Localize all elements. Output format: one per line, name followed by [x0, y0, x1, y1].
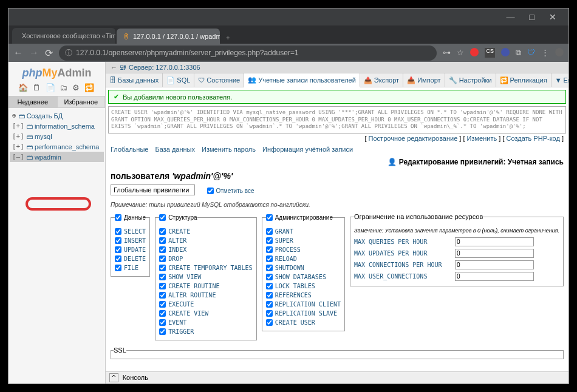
nav-tab-5[interactable]: 📥Импорт: [403, 73, 445, 87]
priv-checkbox[interactable]: [266, 292, 273, 299]
db-tree-item-4[interactable]: [–] 🗃 wpadmin: [10, 152, 104, 162]
priv-reload[interactable]: RELOAD: [266, 254, 341, 263]
priv-trigger[interactable]: TRIGGER: [159, 327, 252, 336]
priv-checkbox[interactable]: [266, 319, 273, 326]
ext-icon-blue[interactable]: [501, 48, 510, 56]
priv-checkbox[interactable]: [115, 265, 121, 271]
nav-tab-4[interactable]: 📤Экспорт: [360, 73, 403, 87]
priv-checkbox[interactable]: [115, 246, 121, 253]
site-info-icon[interactable]: ⓘ: [65, 48, 72, 58]
priv-replication-client[interactable]: REPLICATION CLIENT: [266, 300, 341, 309]
collapse-arrow-icon[interactable]: ←: [111, 64, 117, 71]
priv-checkbox[interactable]: [159, 292, 166, 299]
res-input[interactable]: [455, 272, 534, 281]
res-input[interactable]: [455, 249, 534, 258]
db-tree-item-3[interactable]: [+] 🗃 performance_schema: [10, 141, 104, 152]
priv-checkbox[interactable]: [159, 274, 166, 280]
priv-checkbox[interactable]: [159, 328, 166, 335]
console-bar[interactable]: ^ Консоль: [106, 371, 568, 384]
priv-create[interactable]: CREATE: [159, 227, 252, 236]
nav-tab-7[interactable]: 🔁Репликация: [496, 73, 551, 87]
priv-checkbox[interactable]: [266, 246, 273, 253]
sidebar-tab-favorites[interactable]: Избранное: [57, 96, 106, 108]
ext-icon-opera[interactable]: [470, 48, 479, 56]
pma-logo[interactable]: phpMyAdmin: [9, 64, 105, 82]
sub-tab-0[interactable]: Глобальные: [111, 146, 148, 153]
priv-checkbox[interactable]: [159, 228, 166, 235]
sql-edit-link[interactable]: Изменить: [467, 135, 497, 142]
priv-replication-slave[interactable]: REPLICATION SLAVE: [266, 309, 341, 318]
priv-checkbox[interactable]: [159, 301, 166, 308]
console-expand-icon[interactable]: ^: [109, 373, 118, 382]
priv-file[interactable]: FILE: [115, 263, 146, 272]
priv-checkbox[interactable]: [159, 310, 166, 317]
priv-checkbox[interactable]: [115, 228, 121, 235]
priv-checkbox[interactable]: [159, 255, 166, 262]
sub-tab-1[interactable]: База данных: [155, 146, 195, 153]
window-minimize[interactable]: —: [507, 12, 515, 22]
db-tree-item-1[interactable]: [+] 🗃 information_schema: [10, 121, 104, 131]
priv-delete[interactable]: DELETE: [115, 254, 146, 263]
priv-col-header-struct[interactable]: Структура: [159, 213, 197, 222]
sub-tab-3[interactable]: Информация учётной записи: [262, 146, 353, 153]
priv-checkbox[interactable]: [159, 319, 166, 326]
forward-button[interactable]: →: [29, 47, 39, 58]
tree-expand-icon[interactable]: [+]: [12, 143, 24, 150]
browser-tab-1[interactable]: 🛢 127.0.0.1 / 127.0.0.1 / wpadmin | ✕: [117, 29, 220, 44]
check-all-checkbox[interactable]: [207, 188, 214, 194]
priv-show-view[interactable]: SHOW VIEW: [159, 272, 252, 282]
priv-lock-tables[interactable]: LOCK TABLES: [266, 282, 341, 291]
address-bar[interactable]: ⓘ 127.0.0.1/openserver/phpmyadmin/server…: [59, 46, 437, 61]
window-maximize[interactable]: □: [530, 12, 534, 22]
priv-execute[interactable]: EXECUTE: [159, 300, 252, 309]
check-all[interactable]: Отметить все: [207, 186, 254, 195]
priv-checkbox[interactable]: [159, 283, 166, 289]
sql-php-link[interactable]: Создать PHP-код: [507, 135, 560, 142]
priv-checkbox[interactable]: [115, 255, 121, 262]
priv-checkbox[interactable]: [266, 310, 273, 317]
priv-drop[interactable]: DROP: [159, 254, 252, 263]
profile-avatar[interactable]: [555, 48, 564, 56]
nav-tab-2[interactable]: 🛡Состояние: [194, 73, 244, 87]
reload-button[interactable]: ⟳: [45, 47, 53, 59]
priv-checkbox[interactable]: [266, 283, 273, 289]
priv-checkbox[interactable]: [266, 228, 273, 235]
window-close[interactable]: ✕: [549, 12, 556, 22]
sidebar-tab-recent[interactable]: Недавнее: [9, 96, 57, 108]
priv-create-temporary-tables[interactable]: CREATE TEMPORARY TABLES: [159, 263, 252, 272]
priv-insert[interactable]: INSERT: [115, 236, 146, 245]
ext-icon-cs[interactable]: CS: [485, 48, 495, 58]
priv-shutdown[interactable]: SHUTDOWN: [266, 263, 341, 272]
tree-expand-icon[interactable]: ⊕: [12, 112, 16, 120]
browser-tab-0[interactable]: Хостинговое сообщество «Time ✕: [12, 28, 115, 44]
star-icon[interactable]: ☆: [457, 48, 464, 58]
tree-expand-icon[interactable]: [+]: [12, 122, 24, 130]
priv-checkbox[interactable]: [159, 246, 166, 253]
priv-create-user[interactable]: CREATE USER: [266, 318, 341, 327]
priv-checkbox[interactable]: [159, 265, 166, 271]
priv-checkbox[interactable]: [266, 274, 273, 280]
priv-super[interactable]: SUPER: [266, 236, 341, 245]
priv-checkbox[interactable]: [159, 237, 166, 244]
db-tree-item-0[interactable]: ⊕ 🗃 Создать БД: [10, 110, 104, 121]
tree-expand-icon[interactable]: [+]: [12, 132, 24, 140]
priv-process[interactable]: PROCESS: [266, 245, 341, 254]
priv-create-view[interactable]: CREATE VIEW: [159, 309, 252, 318]
priv-grant[interactable]: GRANT: [266, 227, 341, 236]
sub-tab-2[interactable]: Изменить пароль: [202, 146, 256, 153]
sql-inline-link[interactable]: Построчное редактирование: [369, 135, 458, 142]
nav-tab-6[interactable]: 🔧Настройки: [445, 73, 496, 87]
sidebar-quick-icons[interactable]: 🏠 🗒 📄 🗂 ⚙ 🔁: [9, 82, 105, 96]
priv-checkbox[interactable]: [266, 301, 273, 308]
priv-checkbox[interactable]: [266, 237, 273, 244]
priv-show-databases[interactable]: SHOW DATABASES: [266, 272, 341, 282]
priv-alter[interactable]: ALTER: [159, 236, 252, 245]
server-link[interactable]: Сервер: 127.0.0.1:3306: [129, 64, 200, 71]
priv-checkbox[interactable]: [266, 255, 273, 262]
nav-tab-8[interactable]: ▼Ещё: [551, 73, 568, 87]
priv-select[interactable]: SELECT: [115, 227, 146, 236]
tree-expand-icon[interactable]: [–]: [12, 153, 24, 161]
ext-icon-shield[interactable]: 🛡: [527, 48, 535, 58]
priv-checkbox[interactable]: [115, 237, 121, 244]
res-input[interactable]: [455, 237, 534, 246]
